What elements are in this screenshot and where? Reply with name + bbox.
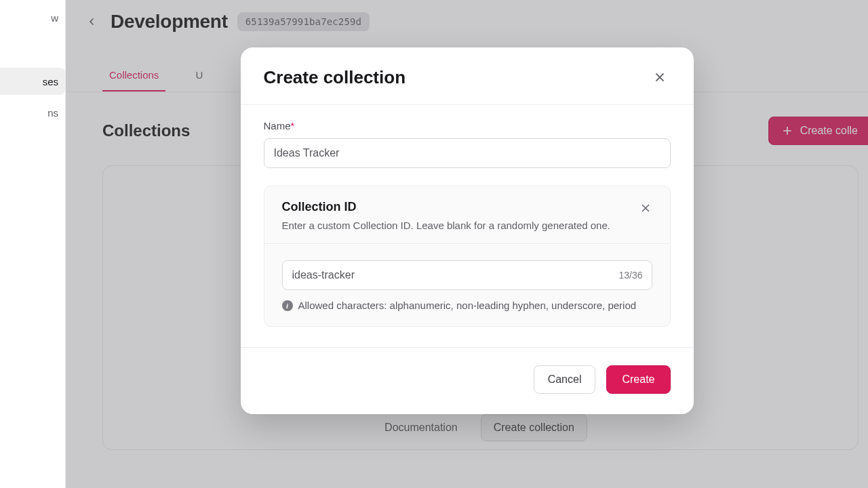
name-input[interactable]	[264, 138, 671, 168]
cancel-button[interactable]: Cancel	[534, 365, 596, 394]
main: Development 65139a57991ba7ec259d Collect…	[66, 0, 868, 488]
collection-id-hint-text: Allowed characters: alphanumeric, non-le…	[298, 300, 637, 311]
close-icon	[653, 70, 667, 84]
sidebar-item-label: ns	[47, 107, 58, 119]
collection-id-hint: i Allowed characters: alphanumeric, non-…	[282, 300, 652, 311]
collection-id-dismiss-button[interactable]	[636, 199, 655, 218]
collection-id-card: Collection ID Enter a custom Collection …	[264, 186, 671, 327]
modal-overlay[interactable]: Create collection Name* Collection ID En…	[66, 0, 868, 488]
sidebar-item-label: ses	[43, 76, 58, 87]
sidebar-item[interactable]: ns	[0, 99, 65, 126]
modal-title: Create collection	[264, 67, 406, 88]
sidebar-item[interactable]: w	[0, 4, 65, 31]
create-collection-modal: Create collection Name* Collection ID En…	[241, 47, 694, 414]
sidebar-item[interactable]: ses	[0, 68, 65, 95]
name-label: Name*	[264, 120, 671, 131]
required-asterisk: *	[291, 120, 295, 131]
info-icon: i	[282, 300, 293, 311]
collection-id-input[interactable]	[282, 260, 652, 290]
collection-id-title: Collection ID	[282, 200, 652, 214]
close-icon	[639, 202, 652, 214]
sidebar-item-label: w	[51, 12, 58, 24]
sidebar: w ses ns	[0, 0, 66, 488]
create-button[interactable]: Create	[606, 365, 670, 394]
collection-id-description: Enter a custom Collection ID. Leave blan…	[282, 220, 652, 231]
collection-id-counter: 13/36	[618, 270, 642, 281]
name-label-text: Name	[264, 120, 291, 131]
modal-close-button[interactable]	[649, 66, 671, 88]
